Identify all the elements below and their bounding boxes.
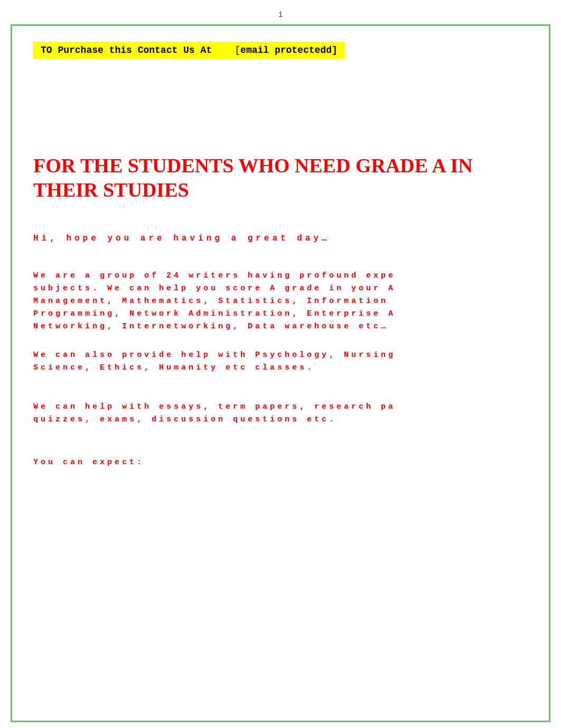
psychology-text: We can also provide help with Psychology…: [33, 349, 528, 374]
outer-border: TO Purchase this Contact Us At [email pr…: [11, 24, 550, 722]
greeting-section: Hi, hope you are having a great day…: [33, 234, 528, 243]
heading-line1: FOR THE STUDENTS WHO NEED GRADE A IN: [33, 154, 528, 178]
expect-text: You can expect:: [33, 458, 528, 467]
writers-line2: subjects. We can help you score A grade …: [33, 282, 528, 295]
psychology-line2: Science, Ethics, Humanity etc classes.: [33, 362, 528, 374]
writers-line4: Programming, Network Administration, Ent…: [33, 308, 528, 320]
page-number: 1: [11, 11, 550, 19]
essays-text: We can help with essays, term papers, re…: [33, 401, 528, 426]
writers-line5: Networking, Internetworking, Data wareho…: [33, 320, 528, 333]
purchase-text: TO Purchase this Contact Us At [email pr…: [41, 45, 338, 56]
essays-section: We can help with essays, term papers, re…: [33, 401, 528, 426]
page-wrapper: 1 TO Purchase this Contact Us At [email …: [0, 0, 561, 728]
psychology-section: We can also provide help with Psychology…: [33, 349, 528, 374]
writers-line1: We are a group of 24 writers having prof…: [33, 270, 528, 282]
email-text: email protectedd]: [240, 45, 338, 56]
bracket-open: [: [235, 45, 240, 56]
writers-line3: Management, Mathematics, Statistics, Inf…: [33, 295, 528, 308]
greeting-text: Hi, hope you are having a great day…: [33, 234, 528, 243]
essays-line2: quizzes, exams, discussion questions etc…: [33, 413, 528, 426]
heading-section: FOR THE STUDENTS WHO NEED GRADE A IN THE…: [33, 154, 528, 202]
psychology-line1: We can also provide help with Psychology…: [33, 349, 528, 362]
essays-line1: We can help with essays, term papers, re…: [33, 401, 528, 413]
writers-text: We are a group of 24 writers having prof…: [33, 270, 528, 333]
writers-section: We are a group of 24 writers having prof…: [33, 270, 528, 333]
expect-section: You can expect:: [33, 458, 528, 467]
heading-line2: THEIR STUDIES: [33, 178, 528, 202]
purchase-label: TO Purchase this Contact Us At: [41, 45, 212, 56]
purchase-banner: TO Purchase this Contact Us At [email pr…: [33, 42, 345, 59]
main-heading: FOR THE STUDENTS WHO NEED GRADE A IN THE…: [33, 154, 528, 202]
